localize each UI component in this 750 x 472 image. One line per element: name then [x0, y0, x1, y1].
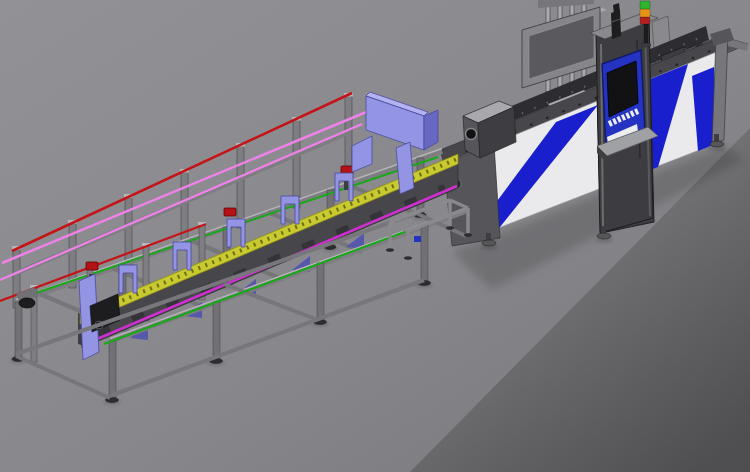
signal-base: [641, 43, 651, 47]
cad-render-viewport: Isometric 3D CAD rendering: automatic pi…: [0, 0, 750, 472]
signal-green-lamp: [640, 1, 650, 9]
end-roller: [19, 298, 35, 308]
chuck-bore: [466, 129, 477, 140]
pneumatic-valve: [414, 236, 421, 242]
signal-amber-lamp: [640, 9, 650, 17]
signal-pole: [644, 24, 648, 44]
signal-red-lamp: [640, 17, 650, 24]
